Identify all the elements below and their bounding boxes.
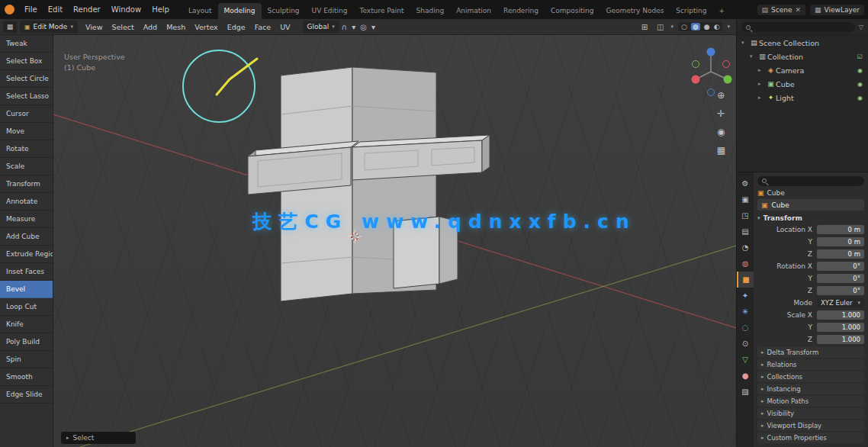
outliner-row[interactable]: ▸ ◈ Camera ◉ <box>737 63 868 77</box>
rotation-mode-dropdown[interactable]: XYZ Euler ▾ <box>817 298 864 307</box>
toolbar-item[interactable]: Select Circle <box>0 70 53 88</box>
toolbar-item[interactable]: Scale <box>0 158 53 175</box>
toolbar-item[interactable]: Spin <box>0 351 53 368</box>
shading-dropdown-icon[interactable]: ▾ <box>727 24 730 30</box>
particles-tab-icon[interactable]: ✳ <box>737 304 754 320</box>
workspace-tab[interactable]: Animation <box>450 3 497 19</box>
toolbar-item[interactable]: Inset Faces <box>0 263 53 281</box>
overlays-toggle-icon[interactable]: ◫ <box>654 23 666 31</box>
viewport-menu-item[interactable]: Face <box>250 23 275 31</box>
shading-wireframe-icon[interactable]: ○ <box>681 23 687 31</box>
gizmo-z-axis-negative[interactable] <box>708 89 715 96</box>
expand-caret-icon[interactable]: ▸ <box>758 95 766 101</box>
toolbar-item[interactable]: Transform <box>0 175 53 193</box>
visibility-toggle-icon[interactable]: ◉ <box>857 81 863 88</box>
viewport-menu-item[interactable]: Mesh <box>162 23 190 31</box>
gizmo-x-axis-negative[interactable] <box>723 61 730 68</box>
expand-caret-icon[interactable]: ▸ <box>758 67 766 73</box>
visibility-toggle-icon[interactable]: ◉ <box>857 95 863 101</box>
properties-section-header[interactable]: ▸ Viewport Display <box>757 420 864 431</box>
constraints-tab-icon[interactable]: ⊙ <box>737 336 754 352</box>
gizmo-y-axis[interactable] <box>724 76 732 84</box>
camera-view-icon[interactable]: ◉ <box>717 127 725 137</box>
toolbar-item[interactable]: Bevel <box>0 281 53 298</box>
toolbar-item[interactable]: Extrude Region <box>0 246 53 263</box>
world-tab-icon[interactable]: ◍ <box>737 256 754 272</box>
value-field[interactable]: 0° <box>817 286 864 295</box>
snap-magnet-icon[interactable]: ∩ <box>339 23 349 31</box>
value-field[interactable]: 1.000 <box>817 323 864 332</box>
toolbar-item[interactable]: Tweak <box>0 35 53 53</box>
properties-section-header[interactable]: ▸ Custom Properties <box>757 433 864 443</box>
viewport-menu-item[interactable]: Vertex <box>190 23 223 31</box>
workspace-tab[interactable]: + <box>712 3 731 19</box>
viewport-menu-item[interactable]: View <box>81 23 108 31</box>
grid-toggle-icon[interactable]: ▦ <box>717 145 725 156</box>
navigation-gizmo[interactable] <box>692 48 732 96</box>
editor-type-icon[interactable]: ▦ <box>3 21 17 33</box>
toolbar-item[interactable]: Smooth <box>0 368 53 386</box>
toolbar-item[interactable]: Select Box <box>0 53 53 70</box>
scene-selector[interactable]: ▤ Scene ✕ <box>757 5 806 15</box>
outliner-row[interactable]: ▾ ▤ Scene Collection <box>737 36 868 50</box>
toolbar-item[interactable]: Cursor <box>0 105 53 123</box>
workspace-tab[interactable]: UV Editing <box>306 3 354 19</box>
workspace-tab[interactable]: Sculpting <box>262 3 306 19</box>
object-data-tab-icon[interactable]: ▽ <box>737 352 754 368</box>
operator-panel-collapsed[interactable]: ▸ Select <box>61 432 136 444</box>
workspace-tab[interactable]: Geometry Nodes <box>600 3 670 19</box>
properties-section-header[interactable]: ▸ Instancing <box>757 384 864 394</box>
value-field[interactable]: 1.000 <box>817 335 864 344</box>
shading-rendered-icon[interactable]: ◐ <box>714 23 720 31</box>
outliner-row[interactable]: ▸ ✦ Light ◉ <box>737 91 868 105</box>
toolbar-item[interactable]: Select Lasso <box>0 88 53 105</box>
output-tab-icon[interactable]: ◳ <box>737 207 754 224</box>
scene-tab-icon[interactable]: ◔ <box>737 240 754 256</box>
viewlayer-tab-icon[interactable]: ▤ <box>737 224 754 240</box>
toolbar-item[interactable]: Move <box>0 123 53 140</box>
model-mesh[interactable] <box>248 67 490 301</box>
toolbar-item[interactable]: Edge Slide <box>0 386 53 404</box>
viewport-3d[interactable]: User Perspective (1) Cube 技艺CG www.qdnxx… <box>53 35 736 447</box>
value-field[interactable]: 0 m <box>817 249 864 259</box>
toolbar-item[interactable]: Measure <box>0 211 53 228</box>
gizmo-y-axis-negative[interactable] <box>693 61 699 68</box>
physics-tab-icon[interactable]: ◌ <box>737 320 754 336</box>
viewport-menu-item[interactable]: UV <box>275 23 294 31</box>
chevron-down-icon[interactable]: ▾ <box>671 24 674 30</box>
expand-caret-icon[interactable]: ▸ <box>758 81 766 87</box>
workspace-tab[interactable]: Rendering <box>497 3 545 19</box>
blender-logo-icon[interactable] <box>5 5 14 14</box>
snap-dropdown-icon[interactable]: ▾ <box>349 23 358 31</box>
gizmo-x-axis[interactable] <box>692 76 700 84</box>
object-name-field[interactable]: ▣ Cube <box>757 199 864 211</box>
toolbar-item[interactable]: Add Cube <box>0 228 53 246</box>
workspace-tab[interactable]: Compositing <box>545 3 600 19</box>
properties-section-header[interactable]: ▸ Motion Paths <box>757 396 864 407</box>
visibility-toggle-icon[interactable]: ☑ <box>857 53 863 60</box>
menubar-item[interactable]: Window <box>106 0 146 19</box>
value-field[interactable]: 0° <box>817 274 864 283</box>
menubar-item[interactable]: Edit <box>43 0 68 19</box>
viewport-menu-item[interactable]: Edge <box>223 23 250 31</box>
properties-section-header[interactable]: ▸ Collections <box>757 371 864 382</box>
toolbar-item[interactable]: Poly Build <box>0 333 53 351</box>
modifiers-tab-icon[interactable]: ✦ <box>737 288 754 304</box>
proportional-editing-icon[interactable]: ◎ <box>358 23 369 31</box>
shading-solid-icon[interactable]: ◍ <box>691 23 700 31</box>
close-icon[interactable]: ✕ <box>795 6 801 14</box>
toolbar-item[interactable]: Annotate <box>0 193 53 211</box>
workspace-tab[interactable]: Scripting <box>670 3 712 19</box>
workspace-tab[interactable]: Texture Paint <box>354 3 410 19</box>
expand-caret-icon[interactable]: ▾ <box>741 40 749 46</box>
gizmo-toggle-icon[interactable]: ⊞ <box>639 23 650 31</box>
value-field[interactable]: 1.000 <box>817 310 864 320</box>
properties-search-input[interactable] <box>757 176 864 186</box>
mode-dropdown[interactable]: ▣ Edit Mode ▾ <box>20 21 78 33</box>
outliner-search-input[interactable] <box>741 22 855 32</box>
zoom-icon[interactable]: ⊕ <box>717 90 725 101</box>
menubar-item[interactable]: Help <box>146 0 175 19</box>
viewport-menu-item[interactable]: Add <box>139 23 162 31</box>
workspace-tab[interactable]: Modeling <box>218 3 262 19</box>
texture-tab-icon[interactable]: ▨ <box>737 384 754 400</box>
